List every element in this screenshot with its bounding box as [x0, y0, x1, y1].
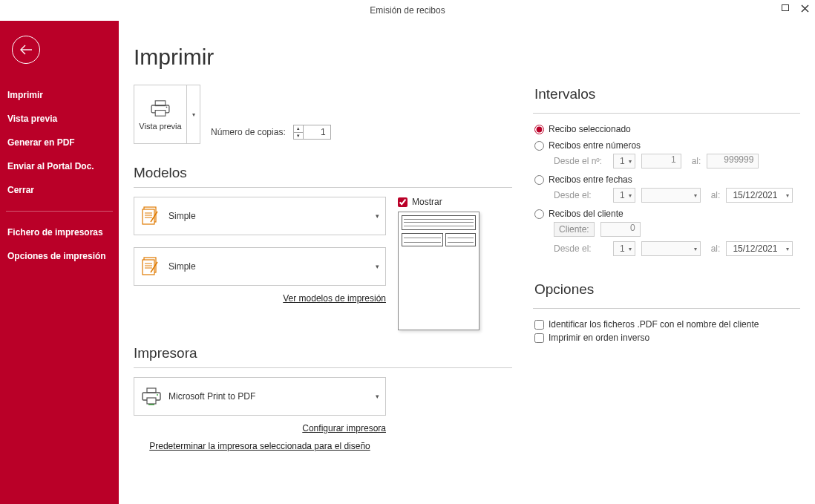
radio-recibo-seleccionado[interactable]: [534, 125, 544, 134]
to-label: al:: [711, 190, 721, 200]
radio-entre-numeros[interactable]: [534, 141, 544, 151]
back-button[interactable]: [12, 36, 40, 64]
link-configurar-impresora[interactable]: Configurar impresora: [302, 423, 386, 433]
chevron-down-icon: ▾: [786, 192, 789, 199]
title-bar: Emisión de recibos: [0, 0, 815, 21]
model1-label: Simple: [168, 211, 196, 221]
radio-recibos-cliente[interactable]: [534, 209, 544, 219]
model1-combo[interactable]: Simple ▾: [134, 197, 386, 235]
chevron-down-icon: ▾: [629, 246, 632, 252]
radio-label: Recibos entre números: [549, 140, 641, 151]
cliente-from-series-combo[interactable]: 1 ▾: [613, 241, 635, 256]
copies-down-button[interactable]: ▼: [294, 133, 303, 140]
copies-label: Número de copias:: [211, 127, 286, 137]
nav-label: Fichero de impresoras: [7, 227, 103, 238]
nav-label: Cerrar: [7, 185, 34, 195]
print-preview-thumbnail: [398, 212, 479, 330]
window-title: Emisión de recibos: [370, 5, 445, 16]
svg-rect-21: [147, 388, 156, 393]
nav-imprimir[interactable]: Imprimir: [0, 83, 119, 107]
svg-point-23: [157, 394, 158, 396]
divider: [134, 367, 512, 368]
vista-previa-label: Vista previa: [139, 122, 181, 131]
cliente-button[interactable]: Cliente:: [554, 222, 595, 237]
nav-vista-previa[interactable]: Vista previa: [0, 107, 119, 131]
nav-fichero-impresoras[interactable]: Fichero de impresoras: [0, 220, 119, 244]
link-ver-modelos[interactable]: Ver modelos de impresión: [283, 293, 386, 304]
nav-label: Imprimir: [7, 90, 43, 100]
radio-label: Recibos entre fechas: [549, 174, 632, 185]
to-number-input[interactable]: 999999: [707, 154, 759, 168]
chk-label: Imprimir en orden inverso: [549, 333, 649, 343]
nav-label: Vista previa: [7, 114, 57, 124]
restore-window-icon[interactable]: [779, 3, 791, 13]
divider: [134, 187, 512, 188]
svg-rect-9: [143, 209, 154, 224]
vista-previa-split-button: Vista previa ▾: [134, 85, 200, 144]
from-date-series-combo[interactable]: 1 ▾: [613, 188, 635, 203]
document-icon: [139, 255, 164, 278]
cliente-from-date-empty-combo[interactable]: ▾: [641, 241, 701, 256]
copies-up-button[interactable]: ▲: [294, 125, 303, 133]
divider: [533, 308, 800, 309]
divider: [533, 113, 800, 114]
to-date-combo[interactable]: 15/12/2021 ▾: [726, 188, 793, 203]
from-number-input[interactable]: 1: [641, 154, 681, 168]
copies-value[interactable]: 1: [304, 127, 330, 137]
printer-icon: [148, 98, 173, 119]
nav-label: Generar en PDF: [7, 137, 75, 148]
nav-generar-pdf[interactable]: Generar en PDF: [0, 131, 119, 154]
cliente-to-date-combo[interactable]: 15/12/2021 ▾: [726, 241, 793, 256]
printer-combo[interactable]: Microsoft Print to PDF ▾: [134, 377, 386, 416]
nav-label: Opciones de impresión: [7, 251, 106, 261]
chevron-down-icon: ▾: [629, 158, 632, 165]
page-title: Imprimir: [134, 45, 512, 70]
vista-previa-dropdown[interactable]: ▾: [186, 85, 200, 143]
date-value: 15/12/2021: [733, 243, 777, 254]
svg-rect-22: [147, 398, 156, 404]
combo-value: 1: [620, 243, 625, 254]
chk-label: Identificar los ficheros .PDF con el nom…: [549, 319, 759, 330]
chk-orden-inverso[interactable]: [534, 333, 544, 343]
close-window-icon[interactable]: [799, 3, 811, 13]
nav-label: Enviar al Portal Doc.: [7, 161, 94, 171]
from-date-empty-combo[interactable]: ▾: [641, 188, 701, 203]
section-impresora: Impresora: [134, 345, 512, 361]
section-modelos: Modelos: [134, 165, 512, 181]
chevron-down-icon: ▾: [694, 192, 697, 199]
svg-point-7: [166, 106, 168, 108]
model2-combo[interactable]: Simple ▾: [134, 247, 386, 286]
link-predeterminar-impresora[interactable]: Predeterminar la impresora seleccionada …: [149, 441, 370, 451]
sidebar-divider: [6, 211, 113, 212]
from-series-combo[interactable]: 1 ▾: [613, 154, 635, 168]
chevron-down-icon: ▾: [786, 246, 789, 252]
chk-identificar-pdf[interactable]: [534, 320, 544, 330]
printer-icon: [139, 384, 164, 408]
copies-spinner: ▲ ▼ 1: [293, 125, 331, 140]
chevron-down-icon: ▾: [694, 246, 697, 252]
svg-rect-15: [143, 260, 154, 275]
section-opciones: Opciones: [534, 281, 800, 298]
mostrar-checkbox[interactable]: [398, 197, 408, 207]
nav-opciones-impresion[interactable]: Opciones de impresión: [0, 244, 119, 268]
model2-label: Simple: [168, 261, 196, 272]
chevron-down-icon: ▾: [629, 192, 632, 199]
vista-previa-button[interactable]: Vista previa: [134, 85, 186, 143]
cliente-from-date-label: Desde el:: [554, 243, 607, 254]
nav-cerrar[interactable]: Cerrar: [0, 178, 119, 202]
radio-label: Recibo seleccionado: [549, 124, 631, 134]
to-label: al:: [711, 243, 721, 254]
svg-rect-6: [155, 111, 166, 117]
chevron-down-icon: ▾: [376, 393, 379, 400]
document-icon: [139, 204, 164, 228]
radio-label: Recibos del cliente: [549, 209, 623, 219]
cliente-button-label: Cliente:: [559, 224, 589, 235]
radio-entre-fechas[interactable]: [534, 175, 544, 185]
to-label: al:: [692, 156, 701, 166]
cliente-input[interactable]: 0: [600, 222, 641, 237]
chevron-down-icon: ▾: [192, 111, 195, 118]
from-number-label: Desde el nº:: [554, 156, 607, 166]
nav-enviar-portal[interactable]: Enviar al Portal Doc.: [0, 154, 119, 178]
date-value: 15/12/2021: [733, 190, 777, 200]
chevron-down-icon: ▾: [376, 263, 379, 270]
